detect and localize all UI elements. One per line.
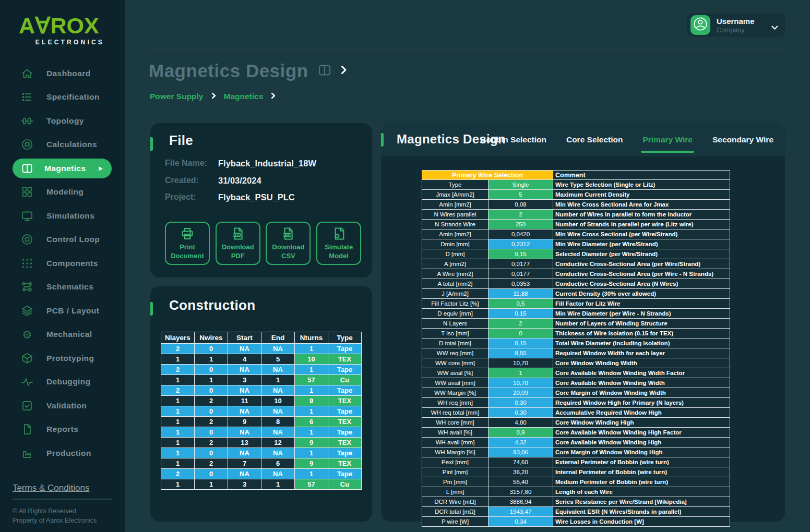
- wire-param: A [mm2]: [422, 259, 489, 269]
- sidebar-item-validation[interactable]: Validation: [0, 394, 125, 418]
- sidebar-item-debugging[interactable]: Debugging: [0, 370, 125, 394]
- wire-value: 20,09: [489, 388, 553, 398]
- button-label: Print Document: [166, 243, 209, 260]
- table-row: DCR Wire [mΩ]3886,94Series Resistance pe…: [422, 497, 730, 507]
- construction-cell: 3: [228, 375, 261, 385]
- construction-cell: 2: [161, 344, 195, 354]
- topology-icon: [21, 115, 33, 127]
- table-row: N Layers2Number of Layers of Winding Str…: [422, 319, 730, 329]
- sidebar-item-label: Reports: [46, 425, 78, 434]
- terms-link[interactable]: Terms & Conditions: [13, 483, 89, 493]
- construction-cell: 2: [161, 365, 195, 375]
- construction-cell: 1: [295, 385, 328, 396]
- sidebar-item-reports[interactable]: Reports: [0, 418, 125, 442]
- wire-param: N Strands Wire: [422, 220, 489, 229]
- tab-core-selection[interactable]: Core Selection: [566, 135, 623, 144]
- user-company: Company: [717, 27, 745, 34]
- wire-comment: Wire Type Selection (Single or Litz): [553, 180, 730, 190]
- table-row: N Strands Wire250Number of Strands in pa…: [422, 220, 730, 229]
- wire-param: A Wire [mm2]: [422, 269, 489, 279]
- button-label: Download CSV: [267, 243, 309, 260]
- breadcrumb-power-supply[interactable]: Power Supply: [150, 92, 204, 101]
- logo: A∀ROX ELECTRONICS: [19, 15, 104, 46]
- table-row: Jmax [A/mm2]5Maximum Current Density: [422, 190, 730, 200]
- construction-cell: 0: [195, 469, 228, 479]
- download-pdf-button[interactable]: PDFDownload PDF: [216, 222, 260, 265]
- sidebar-item-calculations[interactable]: ΩCalculations: [0, 133, 125, 157]
- wire-value: 0,15: [489, 249, 553, 259]
- wire-value: 1: [489, 368, 553, 378]
- wire-value: 0,34: [489, 517, 553, 527]
- tab-secondary-wire[interactable]: Secondary Wire: [712, 135, 773, 144]
- print-document-button[interactable]: Print Document: [165, 222, 210, 265]
- table-row: WH core [mm]4,80Core Window Winding High: [422, 418, 730, 428]
- construction-table: NlayersNwiresStartEndNturnsType 20NANA1T…: [161, 332, 362, 490]
- file-field-value: 31/03/2024: [218, 176, 261, 186]
- wire-param: WW avail [mm]: [422, 378, 489, 388]
- sidebar-item-control-loop[interactable]: Control Loop: [0, 228, 125, 252]
- wire-value: 0,0353: [489, 279, 553, 289]
- wire-comment: Equivalent ESR (N Wires/Strands in paral…: [553, 507, 730, 517]
- wire-comment: Core Window Winding High: [553, 418, 730, 428]
- construction-cell: 3: [228, 479, 261, 490]
- wire-value: 0,30: [489, 398, 553, 408]
- file-field-label: Project:: [165, 192, 196, 202]
- wire-comment: Core Margin of Window Winding High: [553, 448, 730, 457]
- table-row: 12986TEX: [161, 417, 362, 427]
- sidebar-item-mechanical[interactable]: ⚙Mechanical: [0, 323, 125, 347]
- construction-cell: 6: [295, 417, 328, 427]
- construction-cell: 10: [261, 396, 295, 406]
- construction-cell: NA: [261, 385, 295, 396]
- construction-cell: TEX: [328, 354, 362, 365]
- wire-comment: Min Wire Cross Sectional Area for Jmax: [553, 200, 730, 210]
- sidebar-item-dashboard[interactable]: Dashboard: [0, 62, 125, 86]
- construction-cell: 0: [195, 427, 228, 438]
- table-row: WW Margin [%]20,09Core Margin of Window …: [422, 388, 730, 398]
- monitor-icon: [21, 210, 33, 222]
- construction-cell: 1: [295, 365, 328, 375]
- construction-col-nlayers: Nlayers: [161, 332, 195, 344]
- construction-cell: NA: [228, 469, 261, 479]
- construction-cell: 8: [261, 417, 295, 427]
- construction-cell: 2: [161, 385, 195, 396]
- chevron-right-icon[interactable]: [341, 65, 347, 77]
- tab-bobbin-selection[interactable]: Bobbin Selection: [480, 135, 546, 144]
- grid-icon: [21, 186, 33, 198]
- panel-header: Magnetics Design Bobbin SelectionCore Se…: [381, 123, 785, 156]
- wire-comment: Core Window Winding Width: [553, 358, 730, 368]
- wire-table-header-selection: Primary Wire Selection: [422, 171, 553, 180]
- download-csv-button[interactable]: CSVDownload CSV: [266, 222, 311, 265]
- sidebar-item-specification[interactable]: Specification: [0, 86, 125, 110]
- table-row: WH req [mm]0,30Required Window High for …: [422, 398, 730, 408]
- wire-param: L [mm]: [422, 487, 489, 497]
- wire-param: P wire [W]: [422, 517, 489, 527]
- breadcrumb: Power Supply Magnetics: [150, 92, 276, 101]
- user-menu[interactable]: Username Company: [687, 13, 785, 37]
- construction-cell: 1: [161, 375, 195, 385]
- breadcrumb-magnetics[interactable]: Magnetics: [224, 92, 264, 101]
- sidebar-item-label: Simulations: [46, 211, 94, 221]
- wire-param: Pext [mm]: [422, 457, 489, 467]
- magnetics-design-panel: Magnetics Design Bobbin SelectionCore Se…: [381, 123, 785, 522]
- sidebar-item-pcb-layout[interactable]: PCB / Layout: [0, 299, 125, 323]
- sidebar-item-simulations[interactable]: Simulations: [0, 204, 125, 228]
- simulate-model-button[interactable]: ⚙Simulate Model: [316, 222, 361, 265]
- sidebar-item-production[interactable]: Production: [0, 441, 125, 465]
- tab-primary-wire[interactable]: Primary Wire: [642, 135, 693, 144]
- construction-cell: 9: [295, 396, 328, 406]
- svg-text:PDF: PDF: [233, 233, 241, 237]
- sidebar-item-schematics[interactable]: Schematics: [0, 275, 125, 299]
- sidebar-item-topology[interactable]: Topology: [0, 109, 125, 133]
- sidebar-item-prototyping[interactable]: Prototyping: [0, 346, 125, 370]
- construction-cell: 1: [161, 406, 195, 417]
- document-icon: [21, 423, 33, 436]
- wire-param: J [A/mm2]: [422, 289, 489, 299]
- construction-col-nwires: Nwires: [195, 332, 228, 344]
- sidebar-item-modeling[interactable]: Modeling: [0, 180, 125, 204]
- construction-cell: NA: [261, 427, 295, 438]
- wire-value: 0,2312: [489, 239, 553, 249]
- wire-param: WW req [mm]: [422, 348, 489, 358]
- wire-comment: Fill Factor for Litz Wire: [553, 299, 730, 309]
- sidebar-item-magnetics[interactable]: Magnetics▶: [13, 159, 112, 178]
- sidebar-item-components[interactable]: Components: [0, 251, 125, 275]
